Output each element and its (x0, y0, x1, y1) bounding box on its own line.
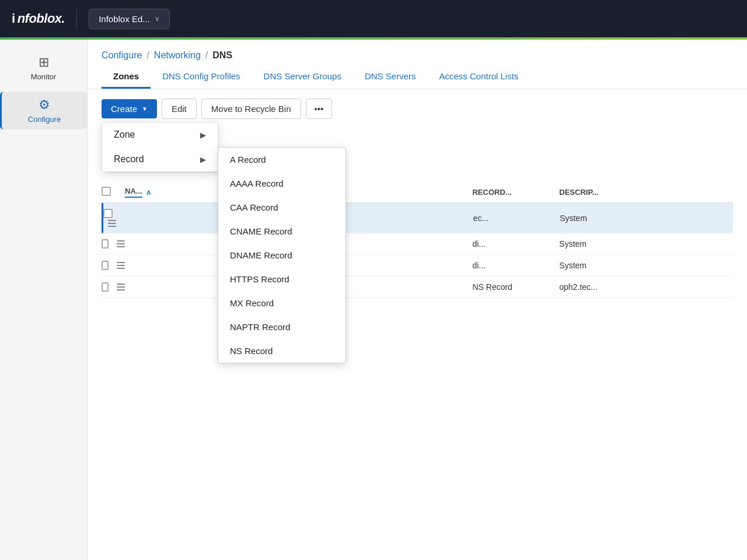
row-1-desc: System (560, 214, 733, 223)
table-row: di... System (102, 233, 733, 255)
create-arrow-icon: ▼ (142, 106, 148, 112)
configure-icon: ⚙ (39, 97, 50, 113)
record-label: Record (114, 154, 144, 164)
col-record-header: RECORD... (472, 188, 559, 197)
breadcrumb-sep-1: / (146, 50, 149, 61)
breadcrumb-configure[interactable]: Configure (102, 50, 142, 61)
sidebar-item-configure-label: Configure (28, 115, 61, 124)
sidebar: ⊞ Monitor ⚙ Configure (0, 40, 88, 560)
more-button[interactable]: ••• (306, 99, 333, 119)
table: NA... ∧ DNS N... RECORD... DESCRIP... e (102, 182, 733, 298)
submenu-item-https-record[interactable]: HTTPS Record (218, 267, 345, 291)
dropdown-item-record[interactable]: Record ▶ A Record AAAA Record C (102, 147, 218, 172)
breadcrumb-sep-2: / (205, 50, 208, 61)
zone-label: Zone (114, 130, 135, 140)
sort-arrow-icon: ∧ (146, 188, 151, 197)
sidebar-item-monitor-label: Monitor (31, 72, 56, 81)
row-4-drag-handle[interactable] (117, 284, 125, 290)
table-row: NS Record oph2.tec... (102, 276, 733, 298)
main-content: Configure / Networking / DNS Zones DNS C… (88, 40, 747, 560)
row-3-checkbox[interactable] (102, 261, 109, 270)
row-3-desc: System (559, 261, 733, 270)
monitor-icon: ⊞ (39, 55, 49, 70)
recycle-button[interactable]: Move to Recycle Bin (201, 99, 301, 119)
create-label: Create (111, 104, 137, 114)
sidebar-item-monitor[interactable]: ⊞ Monitor (0, 49, 87, 87)
create-dropdown: Zone ▶ Record ▶ A Record AAAA Record (102, 122, 218, 172)
record-arrow-icon: ▶ (200, 155, 206, 164)
select-all-checkbox[interactable] (102, 187, 111, 196)
workspace-label: Infoblox Ed... (99, 14, 150, 24)
edit-button[interactable]: Edit (162, 99, 197, 119)
row-1-drag-handle[interactable] (108, 220, 127, 227)
submenu-item-mx-record[interactable]: MX Record (218, 291, 345, 315)
topbar-divider (76, 8, 77, 29)
logo-wordmark: nfoblox. (18, 11, 65, 26)
table-row: di... System (102, 255, 733, 276)
logo-text: i (12, 11, 15, 26)
row-2-checkbox[interactable] (102, 239, 109, 249)
tabs: Zones DNS Config Profiles DNS Server Gro… (88, 65, 747, 89)
submenu-item-caa-record[interactable]: CAA Record (218, 195, 345, 219)
topbar: infoblox. Infoblox Ed... ∨ (0, 0, 747, 37)
submenu-item-naptr-record[interactable]: NAPTR Record (218, 315, 345, 339)
submenu-item-a-record[interactable]: A Record (218, 148, 345, 172)
zone-arrow-icon: ▶ (200, 131, 206, 139)
app-layout: ⊞ Monitor ⚙ Configure Configure / Networ… (0, 40, 747, 560)
col-desc-header: DESCRIP... (559, 188, 733, 197)
row-4-checkbox[interactable] (102, 282, 109, 292)
row-3-drag-handle[interactable] (117, 262, 125, 269)
submenu-item-aaaa-record[interactable]: AAAA Record (218, 172, 345, 195)
tab-dns-config-profiles[interactable]: DNS Config Profiles (151, 65, 252, 89)
row-4-desc: oph2.tec... (559, 282, 733, 292)
breadcrumb-networking[interactable]: Networking (154, 50, 201, 61)
sidebar-item-configure[interactable]: ⚙ Configure (0, 92, 87, 130)
row-3-record: di... (472, 261, 559, 270)
dropdown-item-zone[interactable]: Zone ▶ (102, 123, 218, 147)
row-1-record: ec... (473, 214, 560, 223)
tab-zones[interactable]: Zones (102, 65, 151, 89)
content-area: ⊕ echblue.net NA... ∧ DNS N... RECORD... (88, 128, 747, 560)
workspace-selector[interactable]: Infoblox Ed... ∨ (89, 9, 170, 29)
row-4-record: NS Record (472, 282, 559, 292)
row-2-drag-handle[interactable] (117, 240, 125, 247)
row-2-desc: System (559, 239, 733, 249)
table-row: ec... System (102, 203, 733, 233)
col-check-header (102, 187, 125, 198)
tab-dns-server-groups[interactable]: DNS Server Groups (252, 65, 353, 89)
submenu-item-cname-record[interactable]: CNAME Record (218, 219, 345, 243)
tab-access-control-lists[interactable]: Access Control Lists (427, 65, 530, 89)
submenu-item-ns-record[interactable]: NS Record (218, 339, 345, 363)
create-button[interactable]: Create ▼ (102, 99, 157, 118)
submenu-item-dname-record[interactable]: DNAME Record (218, 243, 345, 267)
record-submenu: A Record AAAA Record CAA Record CNAME Re… (218, 147, 346, 363)
breadcrumb-dns: DNS (212, 50, 232, 61)
chevron-down-icon: ∨ (155, 15, 160, 23)
toolbar: Create ▼ Edit Move to Recycle Bin ••• Zo… (88, 89, 747, 128)
logo: infoblox. (12, 11, 65, 26)
breadcrumb: Configure / Networking / DNS (88, 40, 747, 65)
table-header: NA... ∧ DNS N... RECORD... DESCRIP... (102, 182, 733, 203)
submenu-scroll[interactable]: A Record AAAA Record CAA Record CNAME Re… (218, 148, 345, 363)
row-1-checkbox[interactable] (103, 209, 113, 218)
tab-dns-servers[interactable]: DNS Servers (353, 65, 428, 89)
row-2-record: di... (472, 239, 559, 249)
